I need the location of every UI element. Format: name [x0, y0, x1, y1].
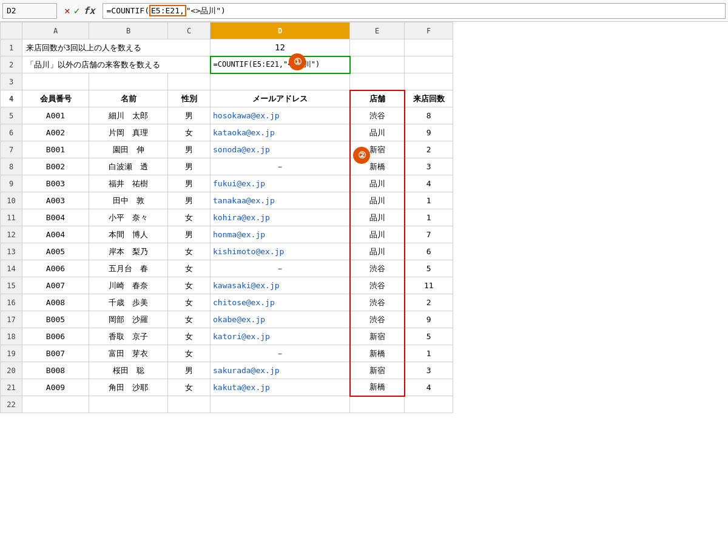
cell-8F[interactable]: 3 [405, 158, 453, 175]
cell-9D[interactable]: fukui@ex.jp [211, 175, 350, 192]
cell-7B[interactable]: 園田 伸 [89, 141, 168, 158]
cell-21F[interactable]: 4 [405, 379, 453, 396]
cell-14D[interactable]: － [211, 260, 350, 277]
cell-20F[interactable]: 3 [405, 362, 453, 379]
cell-11F[interactable]: 1 [405, 209, 453, 226]
cell-17C[interactable]: 女 [168, 311, 211, 328]
cell-8B[interactable]: 白波瀬 透 [89, 158, 168, 175]
cell-9B[interactable]: 福井 祐樹 [89, 175, 168, 192]
cell-15F[interactable]: 11 [405, 277, 453, 294]
cell-16F[interactable]: 2 [405, 294, 453, 311]
cell-16A[interactable]: A008 [22, 294, 89, 311]
cell-12E[interactable]: 品川 [350, 226, 405, 243]
cell-11C[interactable]: 女 [168, 209, 211, 226]
cell-11A[interactable]: B004 [22, 209, 89, 226]
cell-15B[interactable]: 川崎 春奈 [89, 277, 168, 294]
cell-21D[interactable]: kakuta@ex.jp [211, 379, 350, 396]
cell-20A[interactable]: B008 [22, 362, 89, 379]
cell-16D[interactable]: chitose@ex.jp [211, 294, 350, 311]
cell-13D[interactable]: kishimoto@ex.jp [211, 243, 350, 260]
col-header-F[interactable]: F [405, 22, 453, 39]
cell-5A[interactable]: A001 [22, 107, 89, 124]
cell-6E[interactable]: 品川 [350, 124, 405, 141]
cell-5F[interactable]: 8 [405, 107, 453, 124]
cell-15A[interactable]: A007 [22, 277, 89, 294]
cancel-icon[interactable]: ✕ [64, 5, 70, 16]
cell-6D[interactable]: kataoka@ex.jp [211, 124, 350, 141]
cell-12C[interactable]: 男 [168, 226, 211, 243]
confirm-icon[interactable]: ✓ [74, 5, 80, 16]
cell-8D[interactable]: － [211, 158, 350, 175]
cell-13A[interactable]: A005 [22, 243, 89, 260]
cell-6B[interactable]: 片岡 真理 [89, 124, 168, 141]
cell-9A[interactable]: B003 [22, 175, 89, 192]
cell-21C[interactable]: 女 [168, 379, 211, 396]
cell-13F[interactable]: 6 [405, 243, 453, 260]
cell-18E[interactable]: 新宿 [350, 328, 405, 345]
cell-9C[interactable]: 男 [168, 175, 211, 192]
cell-17A[interactable]: B005 [22, 311, 89, 328]
cell-14F[interactable]: 5 [405, 260, 453, 277]
cell-7F[interactable]: 2 [405, 141, 453, 158]
cell-9E[interactable]: 品川 [350, 175, 405, 192]
cell-19B[interactable]: 富田 芽衣 [89, 345, 168, 362]
cell-19C[interactable]: 女 [168, 345, 211, 362]
row2-D[interactable]: =COUNTIF(E5:E21,"<>品川") [211, 56, 350, 73]
cell-13E[interactable]: 品川 [350, 243, 405, 260]
row1-D[interactable]: 12 [211, 39, 350, 56]
cell-7D[interactable]: sonoda@ex.jp [211, 141, 350, 158]
cell-17E[interactable]: 渋谷 [350, 311, 405, 328]
cell-5D[interactable]: hosokawa@ex.jp [211, 107, 350, 124]
cell-13C[interactable]: 女 [168, 243, 211, 260]
formula-input[interactable]: =COUNTIF(E5:E21,"<>品川") [103, 3, 726, 19]
cell-reference-box[interactable]: D2 [2, 3, 57, 19]
cell-10E[interactable]: 品川 [350, 192, 405, 209]
cell-5E[interactable]: 渋谷 [350, 107, 405, 124]
cell-7C[interactable]: 男 [168, 141, 211, 158]
cell-10F[interactable]: 1 [405, 192, 453, 209]
cell-14E[interactable]: 渋谷 [350, 260, 405, 277]
cell-11D[interactable]: kohira@ex.jp [211, 209, 350, 226]
cell-11E[interactable]: 品川 [350, 209, 405, 226]
cell-16B[interactable]: 千歳 歩美 [89, 294, 168, 311]
function-icon[interactable]: fx [83, 5, 95, 16]
col-header-B[interactable]: B [89, 22, 168, 39]
cell-20E[interactable]: 新宿 [350, 362, 405, 379]
cell-18F[interactable]: 5 [405, 328, 453, 345]
row2-label[interactable]: 「品川」以外の店舗の来客数を数える [22, 56, 211, 73]
cell-21B[interactable]: 角田 沙耶 [89, 379, 168, 396]
cell-6C[interactable]: 女 [168, 124, 211, 141]
cell-16E[interactable]: 渋谷 [350, 294, 405, 311]
cell-16C[interactable]: 女 [168, 294, 211, 311]
cell-7A[interactable]: B001 [22, 141, 89, 158]
cell-20C[interactable]: 男 [168, 362, 211, 379]
cell-17F[interactable]: 9 [405, 311, 453, 328]
cell-9F[interactable]: 4 [405, 175, 453, 192]
cell-11B[interactable]: 小平 奈々 [89, 209, 168, 226]
cell-18A[interactable]: B006 [22, 328, 89, 345]
col-header-C[interactable]: C [168, 22, 211, 39]
cell-19A[interactable]: B007 [22, 345, 89, 362]
cell-12D[interactable]: honma@ex.jp [211, 226, 350, 243]
cell-19D[interactable]: － [211, 345, 350, 362]
cell-18B[interactable]: 香取 京子 [89, 328, 168, 345]
cell-17D[interactable]: okabe@ex.jp [211, 311, 350, 328]
cell-5B[interactable]: 細川 太郎 [89, 107, 168, 124]
cell-15E[interactable]: 渋谷 [350, 277, 405, 294]
cell-19E[interactable]: 新橋 [350, 345, 405, 362]
cell-6A[interactable]: A002 [22, 124, 89, 141]
cell-12A[interactable]: A004 [22, 226, 89, 243]
cell-10A[interactable]: A003 [22, 192, 89, 209]
cell-14C[interactable]: 女 [168, 260, 211, 277]
cell-13B[interactable]: 岸本 梨乃 [89, 243, 168, 260]
cell-14A[interactable]: A006 [22, 260, 89, 277]
cell-18D[interactable]: katori@ex.jp [211, 328, 350, 345]
col-header-D[interactable]: D [211, 22, 350, 39]
cell-21A[interactable]: A009 [22, 379, 89, 396]
row1-label[interactable]: 来店回数が3回以上の人を数える [22, 39, 211, 56]
cell-10D[interactable]: tanakaa@ex.jp [211, 192, 350, 209]
cell-17B[interactable]: 岡部 沙羅 [89, 311, 168, 328]
cell-10C[interactable]: 男 [168, 192, 211, 209]
cell-20B[interactable]: 桜田 聡 [89, 362, 168, 379]
col-header-E[interactable]: E [350, 22, 405, 39]
